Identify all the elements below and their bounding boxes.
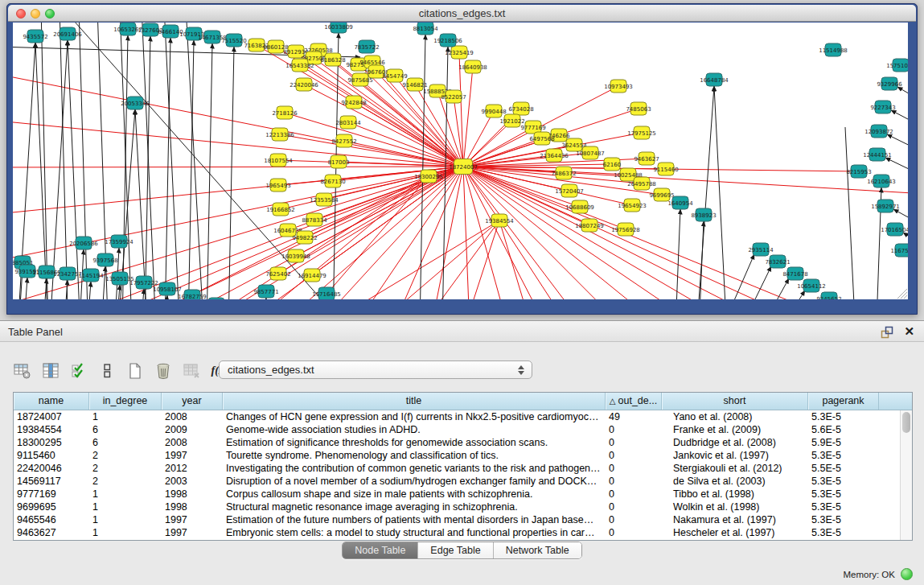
- graph-node[interactable]: 17975125: [627, 126, 656, 139]
- graph-node[interactable]: 12213386: [265, 128, 294, 141]
- table-row[interactable]: 1456911722003Disruption of a novel membe…: [14, 475, 900, 488]
- show-columns-button[interactable]: [41, 361, 60, 381]
- graph-edge[interactable]: [37, 167, 463, 299]
- graph-node[interactable]: 9463627: [634, 152, 659, 165]
- column-header-out-degree[interactable]: △out_de...: [606, 393, 662, 410]
- graph-node[interactable]: 10688609: [565, 200, 594, 213]
- graph-edge[interactable]: [13, 167, 463, 299]
- graph-node[interactable]: 2803144: [335, 116, 361, 129]
- graph-node[interactable]: 8215953: [846, 165, 871, 178]
- graph-node[interactable]: 22420046: [290, 78, 318, 91]
- graph-node[interactable]: 16039948: [281, 249, 310, 262]
- graph-node[interactable]: 18107554: [264, 154, 293, 167]
- graph-node[interactable]: 17359924: [105, 235, 133, 248]
- graph-node[interactable]: 9329966: [877, 77, 902, 90]
- graph-edge[interactable]: [463, 167, 471, 299]
- graph-edge[interactable]: [451, 220, 499, 299]
- graph-edge[interactable]: [99, 266, 105, 299]
- graph-node[interactable]: 11514988: [819, 43, 848, 56]
- graph-node[interactable]: 15751074: [886, 59, 908, 72]
- graph-edge[interactable]: [68, 40, 82, 299]
- graph-node[interactable]: 62160: [603, 158, 621, 171]
- graph-node[interactable]: 20206586: [69, 237, 98, 249]
- graph-node[interactable]: 15720407: [555, 184, 584, 197]
- graph-node[interactable]: 19654923: [618, 199, 647, 212]
- table-row[interactable]: 946554611997Estimation of the future num…: [14, 513, 900, 526]
- graph-edge[interactable]: [206, 43, 212, 299]
- graph-edge[interactable]: [326, 167, 463, 299]
- graph-edge[interactable]: [694, 86, 714, 299]
- graph-node[interactable]: 9397568: [92, 253, 117, 266]
- column-header-short[interactable]: short: [662, 393, 808, 410]
- table-scrollbar-thumb[interactable]: [902, 412, 910, 433]
- graph-node[interactable]: 16914479: [298, 269, 326, 282]
- selection-checks-button[interactable]: [69, 361, 88, 381]
- graph-node[interactable]: 19166852: [266, 203, 295, 216]
- graph-node[interactable]: 15716485: [312, 287, 341, 299]
- graph-node[interactable]: 16033809: [324, 23, 353, 33]
- graph-node[interactable]: 7835722: [354, 40, 379, 53]
- graph-node[interactable]: 6734028: [508, 102, 533, 115]
- graph-node[interactable]: 19384554: [485, 214, 514, 227]
- graph-edge[interactable]: [704, 254, 754, 299]
- delete-column-button[interactable]: [154, 361, 173, 381]
- graph-node[interactable]: 7485063: [626, 102, 651, 115]
- graph-edge[interactable]: [161, 295, 167, 299]
- graph-node[interactable]: 9227343: [870, 101, 895, 113]
- new-column-button[interactable]: [125, 361, 145, 381]
- graph-edge[interactable]: [13, 167, 463, 299]
- graph-edge[interactable]: [463, 167, 908, 299]
- graph-edge[interactable]: [47, 40, 68, 299]
- graph-node[interactable]: 20691406: [53, 27, 82, 40]
- float-panel-icon[interactable]: [881, 326, 893, 339]
- graph-edge[interactable]: [891, 110, 908, 143]
- graph-edge[interactable]: [714, 86, 729, 299]
- graph-node[interactable]: 7486372: [551, 167, 576, 179]
- graph-edge[interactable]: [13, 119, 463, 167]
- graph-node[interactable]: 10973493: [604, 80, 633, 93]
- graph-edge[interactable]: [300, 65, 463, 167]
- tab-edge-table[interactable]: Edge Table: [418, 542, 493, 558]
- delete-table-button[interactable]: [182, 361, 201, 381]
- table-row[interactable]: 969969511998Structural magnetic resonanc…: [14, 501, 900, 513]
- column-header-year[interactable]: year: [162, 393, 223, 410]
- graph-edge[interactable]: [897, 87, 908, 120]
- graph-edge[interactable]: [228, 47, 234, 299]
- table-scrollbar[interactable]: [900, 410, 912, 540]
- table-row[interactable]: 911546021997Tourette syndrome. Phenomeno…: [14, 449, 900, 462]
- tab-network-table[interactable]: Network Table: [494, 542, 581, 558]
- graph-node[interactable]: 9435572: [23, 30, 47, 43]
- graph-node[interactable]: 9115460: [653, 163, 678, 175]
- table-row[interactable]: 1830029562008Estimation of significance …: [14, 436, 900, 449]
- graph-edge[interactable]: [13, 167, 463, 167]
- graph-node[interactable]: 7832621: [765, 255, 790, 268]
- graph-node[interactable]: 16648784: [700, 73, 729, 86]
- graph-node[interactable]: 817003: [328, 155, 350, 168]
- graph-node[interactable]: 16782759: [178, 290, 207, 299]
- graph-node[interactable]: 8267130: [320, 175, 345, 187]
- graph-node[interactable]: 8878334: [302, 213, 327, 226]
- graph-node[interactable]: 19756928: [611, 223, 640, 236]
- graph-node[interactable]: 7625402: [265, 267, 290, 280]
- graph-edge[interactable]: [187, 40, 194, 299]
- graph-node[interactable]: 2718126: [272, 106, 298, 119]
- table-row[interactable]: 1872400712008Changes of HCN gene express…: [14, 410, 900, 423]
- graph-node[interactable]: 18640938: [458, 60, 487, 73]
- graph-edge[interactable]: [79, 23, 89, 299]
- network-window-titlebar[interactable]: citations_edges.txt: [8, 5, 916, 22]
- table-row[interactable]: 2242004622012Investigating the contribut…: [14, 462, 900, 475]
- column-header-title[interactable]: title: [223, 393, 606, 410]
- graph-node[interactable]: 10654112: [797, 279, 826, 292]
- column-header-in-degree[interactable]: in_degree: [89, 393, 162, 410]
- table-options-button[interactable]: [13, 361, 32, 381]
- graph-node[interactable]: 2935114: [748, 243, 774, 256]
- graph-node[interactable]: 19218506: [433, 34, 462, 47]
- graph-node[interactable]: 12353584: [310, 193, 339, 206]
- graph-node[interactable]: 8427552: [331, 134, 356, 147]
- graph-node[interactable]: 9990448: [481, 105, 506, 117]
- graph-edge[interactable]: [499, 220, 596, 299]
- graph-edge[interactable]: [60, 23, 69, 299]
- graph-edge[interactable]: [463, 167, 713, 299]
- graph-edge[interactable]: [164, 23, 182, 299]
- close-panel-icon[interactable]: ✕: [904, 324, 914, 339]
